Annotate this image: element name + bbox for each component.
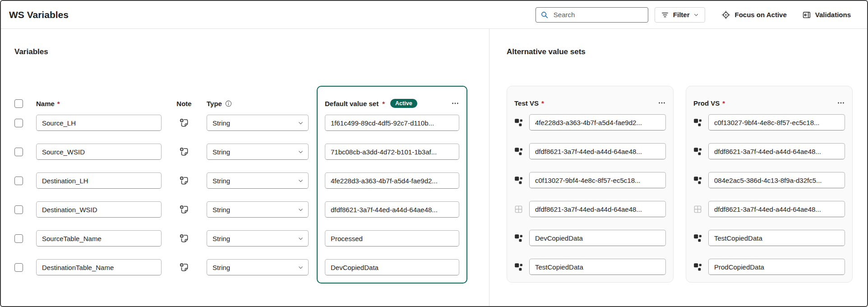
value-set-value-input[interactable] <box>708 114 845 130</box>
override-squares-icon <box>693 263 702 271</box>
value-row <box>693 143 845 159</box>
row-checkbox[interactable] <box>14 177 23 185</box>
alternative-value-sets-title: Alternative value sets <box>507 47 854 57</box>
variables-table: Name * Note Type <box>14 86 489 288</box>
variable-row: String <box>14 201 309 218</box>
override-squares-icon <box>693 234 702 242</box>
search-input[interactable] <box>553 10 643 19</box>
required-asterisk: * <box>541 99 544 107</box>
variable-row: String <box>14 259 309 275</box>
variable-row: String <box>14 115 309 131</box>
value-row <box>514 259 666 275</box>
page-title: WS Variables <box>9 9 69 20</box>
value-set-value-input[interactable] <box>708 259 845 275</box>
more-horizontal-icon[interactable] <box>837 99 845 107</box>
override-squares-icon <box>693 147 702 156</box>
note-add-icon[interactable] <box>178 233 190 244</box>
variable-name-input[interactable] <box>36 259 162 275</box>
variable-row: String <box>14 144 309 160</box>
value-set-value-input[interactable] <box>708 172 845 188</box>
type-select-value: String <box>212 119 230 127</box>
focus-on-active-button[interactable]: Focus on Active <box>717 7 791 23</box>
value-row <box>514 201 666 217</box>
override-squares-icon <box>514 147 523 156</box>
override-squares-icon <box>693 118 702 127</box>
type-select[interactable]: String <box>207 230 309 247</box>
filter-lines-icon <box>661 11 669 19</box>
note-add-icon[interactable] <box>178 204 190 215</box>
value-set-value-input[interactable] <box>529 259 666 275</box>
type-select[interactable]: String <box>207 172 309 189</box>
type-select[interactable]: String <box>207 144 309 160</box>
type-select-value: String <box>212 177 230 185</box>
filter-label: Filter <box>673 11 690 19</box>
variables-grid: Name * Note Type <box>14 86 309 288</box>
value-set-value-input[interactable] <box>529 143 666 159</box>
note-add-icon[interactable] <box>178 175 190 186</box>
select-all-checkbox[interactable] <box>14 99 23 108</box>
required-asterisk: * <box>722 99 725 107</box>
variable-rows: String <box>14 115 309 275</box>
type-select-value: String <box>212 235 230 242</box>
default-value-input[interactable] <box>325 230 459 247</box>
note-add-icon[interactable] <box>178 146 190 158</box>
search-box[interactable] <box>536 7 648 23</box>
value-row <box>693 172 845 188</box>
note-add-icon[interactable] <box>178 117 190 129</box>
value-row <box>514 172 666 188</box>
value-set-value-input[interactable] <box>529 114 666 130</box>
default-value-input[interactable] <box>325 201 459 218</box>
override-squares-icon <box>514 234 523 242</box>
variable-name-input[interactable] <box>36 201 162 218</box>
more-horizontal-icon[interactable] <box>658 99 666 107</box>
value-set-value-input[interactable] <box>708 143 845 159</box>
override-squares-icon <box>693 176 702 185</box>
default-value-input[interactable] <box>325 259 459 275</box>
note-add-icon[interactable] <box>178 261 190 273</box>
default-value-rows <box>325 115 459 275</box>
type-select-value: String <box>212 206 230 214</box>
validations-button[interactable]: Validations <box>798 7 855 23</box>
search-icon <box>540 11 549 19</box>
variables-panel: Variables Name * Note Type <box>1 29 489 306</box>
column-header-type: Type <box>207 100 309 107</box>
row-checkbox[interactable] <box>14 263 23 272</box>
default-value-set-header: Default value set * Active <box>325 92 459 115</box>
value-set-value-input[interactable] <box>529 172 666 188</box>
required-asterisk: * <box>382 100 385 107</box>
row-checkbox[interactable] <box>14 119 23 127</box>
value-set-value-input[interactable] <box>529 230 666 246</box>
type-select[interactable]: String <box>207 259 309 275</box>
variable-name-input[interactable] <box>36 230 162 247</box>
variable-name-input[interactable] <box>36 144 162 160</box>
default-value-set-column: Default value set * Active <box>317 86 467 284</box>
value-set-card: Test VS * <box>507 86 674 283</box>
value-set-value-input[interactable] <box>708 201 845 217</box>
default-value-input[interactable] <box>325 172 459 189</box>
default-value-input[interactable] <box>325 144 459 160</box>
scope-target-icon <box>721 10 730 19</box>
table-header-row: Name * Note Type <box>14 92 309 115</box>
column-header-note: Note <box>174 100 194 107</box>
variable-name-input[interactable] <box>36 172 162 189</box>
type-select[interactable]: String <box>207 201 309 218</box>
type-select[interactable]: String <box>207 115 309 131</box>
type-select-value: String <box>212 264 230 271</box>
row-checkbox[interactable] <box>14 205 23 214</box>
more-horizontal-icon[interactable] <box>451 99 459 107</box>
value-set-value-input[interactable] <box>529 201 666 217</box>
override-squares-icon <box>514 176 523 185</box>
value-set-value-input[interactable] <box>708 230 845 246</box>
filter-button[interactable]: Filter <box>655 7 706 23</box>
info-circle-icon[interactable] <box>225 100 232 107</box>
row-checkbox[interactable] <box>14 148 23 156</box>
default-value-input[interactable] <box>325 115 459 131</box>
row-checkbox[interactable] <box>14 234 23 243</box>
inherited-grid-icon <box>514 205 523 214</box>
value-set-rows <box>693 114 845 275</box>
value-set-card-header: Prod VS * <box>693 92 845 114</box>
alternative-value-sets-panel: Alternative value sets Test VS * <box>489 29 867 306</box>
variable-name-input[interactable] <box>36 115 162 131</box>
chevron-down-icon <box>298 120 304 126</box>
value-set-name: Prod VS <box>693 99 720 107</box>
